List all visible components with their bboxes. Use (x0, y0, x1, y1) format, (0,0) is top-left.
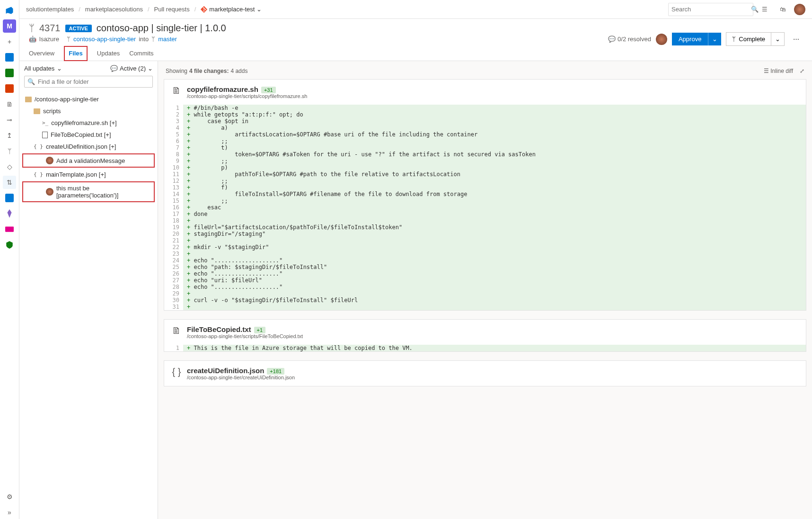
find-file-box[interactable]: 🔍 (24, 76, 153, 88)
tab-overview[interactable]: Overview (29, 46, 54, 61)
code-line[interactable]: 14+ fileToInstall=$OPTARG #filename of t… (164, 191, 806, 197)
pushes-icon[interactable]: ↥ (3, 129, 16, 142)
commits-icon[interactable]: ⊸ (3, 113, 16, 126)
resolved-count[interactable]: 💬 0/2 resolved (608, 36, 651, 43)
updates-picker[interactable]: All updates ⌄ (24, 65, 62, 72)
approve-button[interactable]: Approve (672, 33, 708, 45)
diff-mode-toggle[interactable]: ☰ Inline diff (764, 68, 793, 74)
azure-devops-logo[interactable] (3, 4, 16, 17)
artifacts-icon[interactable] (3, 223, 16, 236)
search-icon: 🔍 (27, 78, 35, 85)
code-line[interactable]: 4+ a) (164, 125, 806, 131)
line-number: 29 (164, 290, 183, 297)
crumb-project[interactable]: marketplacesolutions (85, 6, 143, 13)
repos-icon[interactable] (3, 82, 16, 95)
code-line[interactable]: 10+ p) (164, 164, 806, 171)
code-line[interactable]: 22+ mkdir -v "$stagingDir" (164, 244, 806, 251)
code-line[interactable]: 20+ stagingDir="/staging" (164, 231, 806, 237)
code-line[interactable]: 9+ ;; (164, 158, 806, 164)
crumb-area[interactable]: Pull requests (154, 6, 190, 13)
branch-icon: ᛘ (67, 36, 71, 43)
line-number: 13 (164, 184, 183, 191)
code-line[interactable]: 8+ token=$OPTARG #saToken for the uri - … (164, 151, 806, 158)
code-line[interactable]: 3+ case $opt in (164, 118, 806, 125)
test-plans-icon[interactable] (3, 207, 16, 220)
code-line[interactable]: 1+ This is the file in Azure storage tha… (164, 345, 806, 351)
target-branch[interactable]: master (158, 36, 177, 43)
tree-file-createui[interactable]: { } createUiDefinition.json [+] (19, 141, 158, 152)
code-line[interactable]: 1+ #/bin/bash -e (164, 105, 806, 111)
code-line[interactable]: 16+ esac (164, 204, 806, 211)
code-line[interactable]: 28+ echo "..................." (164, 284, 806, 290)
tags-icon[interactable]: ◇ (3, 160, 16, 173)
files-icon[interactable]: 🗎 (3, 98, 16, 111)
code-line[interactable]: 17+ done (164, 211, 806, 217)
complete-button[interactable]: ᛘ Complete (726, 32, 771, 46)
code-line[interactable]: 11+ pathToFile=$OPTARG #path to the file… (164, 171, 806, 178)
code-line[interactable]: 27+ echo "uri: $fileUrl" (164, 277, 806, 284)
active-comments-filter[interactable]: 💬 Active (2) ⌄ (110, 65, 153, 72)
overview-icon[interactable] (3, 51, 16, 64)
crumb-org[interactable]: solutiontemplates (26, 6, 74, 13)
code-line[interactable]: 31+ (164, 304, 806, 310)
tab-files[interactable]: Files (64, 46, 88, 61)
tree-folder-scripts[interactable]: scripts (19, 105, 158, 117)
pipelines-icon[interactable] (3, 191, 16, 205)
file-name: FileToBeCopied.txt (187, 325, 251, 333)
search-box[interactable]: 🔍 (668, 3, 753, 16)
complete-dropdown[interactable]: ⌄ (771, 32, 785, 46)
branches-icon[interactable]: ᛘ (3, 144, 16, 158)
code-line[interactable]: 15+ ;; (164, 197, 806, 204)
file-tree-sidebar: All updates ⌄ 💬 Active (2) ⌄ 🔍 (19, 61, 158, 519)
reviewer-avatar[interactable] (656, 34, 667, 45)
code-line[interactable]: 2+ while getopts "a:t:p:f:" opt; do (164, 111, 806, 118)
code-line[interactable]: 23+ (164, 251, 806, 257)
pull-request-icon: ᛘ (29, 23, 35, 34)
collapse-icon[interactable]: » (3, 506, 16, 519)
fullscreen-icon[interactable]: ⤢ (800, 68, 804, 74)
tree-root[interactable]: /contoso-app-single-tier (19, 93, 158, 105)
marketplace-icon[interactable]: 🛍 (776, 3, 789, 16)
code-line[interactable]: 7+ t) (164, 144, 806, 151)
approve-dropdown[interactable]: ⌄ (708, 33, 721, 45)
tab-commits[interactable]: Commits (129, 46, 153, 61)
tab-updates[interactable]: Updates (97, 46, 120, 61)
folder-icon (34, 108, 40, 114)
repo-picker[interactable]: marketplace-test ⌄ (201, 6, 262, 13)
tree-file-txt[interactable]: FileToBeCopied.txt [+] (19, 129, 158, 141)
pull-requests-icon[interactable]: ⇅ (3, 176, 16, 189)
code-line[interactable]: 29+ (164, 290, 806, 297)
chevron-down-icon: ⌄ (57, 65, 62, 72)
project-tile[interactable]: M (3, 19, 16, 33)
code-line[interactable]: 25+ echo "path: $stagingDir/$fileToInsta… (164, 264, 806, 270)
boards-icon[interactable] (3, 66, 16, 80)
chevron-down-icon: ⌄ (148, 65, 153, 72)
compliance-icon[interactable] (3, 238, 16, 251)
comment-thread-validation[interactable]: Add a validationMessage (22, 153, 155, 168)
code-line[interactable]: 19+ fileUrl="$artifactsLocation/$pathToF… (164, 224, 806, 231)
line-number: 3 (164, 118, 183, 125)
code-line[interactable]: 5+ artifactsLocation=$OPTARG #base uri o… (164, 131, 806, 138)
code-line[interactable]: 21+ (164, 237, 806, 244)
code-line[interactable]: 18+ (164, 217, 806, 224)
code-line[interactable]: 6+ ;; (164, 138, 806, 144)
find-file-input[interactable] (38, 78, 150, 85)
code-line[interactable]: 13+ f) (164, 184, 806, 191)
code-line[interactable]: 26+ echo "..................." (164, 270, 806, 277)
code-line[interactable]: 12+ ;; (164, 178, 806, 184)
search-input[interactable] (671, 6, 751, 13)
source-branch[interactable]: contoso-app-single-tier (73, 36, 136, 43)
more-actions-button[interactable]: ⋯ (789, 33, 803, 46)
user-avatar[interactable] (794, 4, 805, 15)
svg-rect-2 (5, 84, 14, 93)
code-block: 1+ #/bin/bash -e2+ while getopts "a:t:p:… (164, 105, 806, 310)
code-line[interactable]: 30+ curl -v -o "$stagingDir/$fileToInsta… (164, 297, 806, 304)
settings-icon[interactable]: ⚙ (3, 490, 16, 503)
comment-thread-location[interactable]: this must be [parameters('location')] (22, 181, 155, 202)
tree-file-sh[interactable]: >_ copyfilefromazure.sh [+] (19, 117, 158, 129)
add-icon[interactable]: + (3, 35, 16, 48)
list-view-icon[interactable]: ☰ (758, 3, 771, 16)
svg-rect-0 (5, 53, 14, 62)
tree-file-maintemplate[interactable]: { } mainTemplate.json [+] (19, 169, 158, 180)
code-line[interactable]: 24+ echo "..................." (164, 257, 806, 264)
